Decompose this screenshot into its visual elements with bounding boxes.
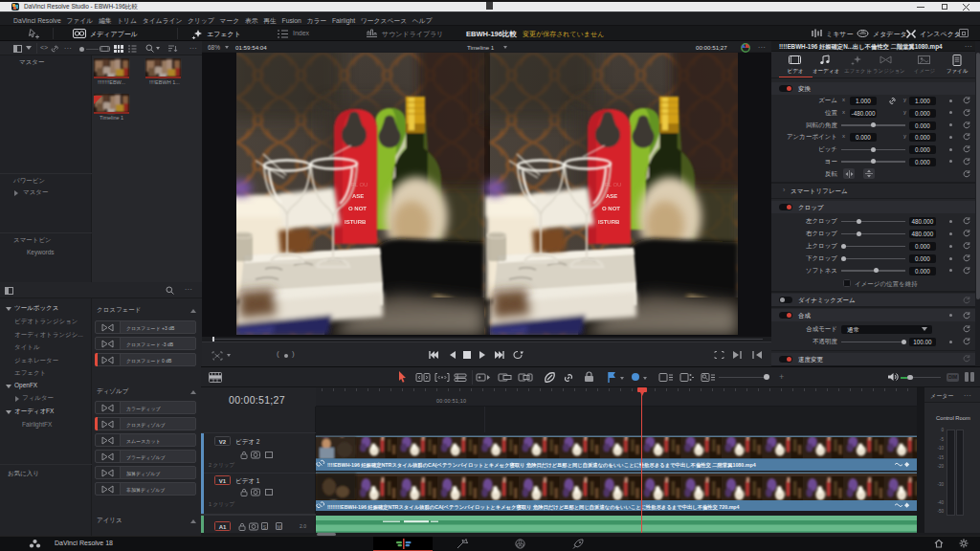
svg-text:!!!!!!!!EBWH-196 妊娠確定NTRスタイル抜群: !!!!!!!!EBWH-196 妊娠確定NTRスタイル抜群のCA(ベテランパイ… [327, 504, 740, 511]
svg-text:!!!!EBWH-196 妊娠確定NTRスタイル抜群のCA(: !!!!EBWH-196 妊娠確定NTRスタイル抜群のCA(ベテランパイロットと… [327, 462, 756, 469]
